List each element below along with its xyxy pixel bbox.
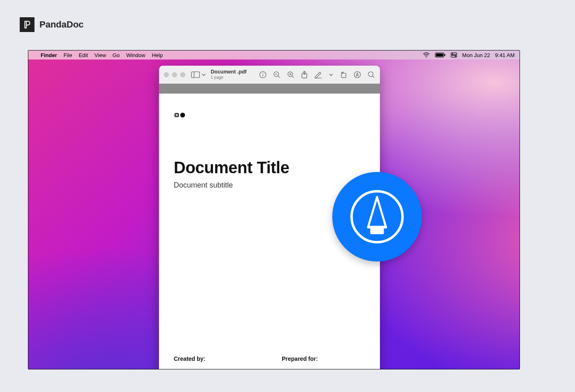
markup-pen-badge-icon	[332, 172, 422, 261]
battery-icon[interactable]	[435, 52, 446, 58]
menubar-clock-time[interactable]: 9:41 AM	[495, 52, 515, 58]
menubar-app-name[interactable]: Finder	[41, 52, 57, 58]
menubar-item-file[interactable]: File	[64, 52, 72, 58]
menubar-clock-day[interactable]: Mon Jun 22	[462, 52, 490, 58]
svg-point-29	[180, 113, 185, 118]
mac-menubar: Finder File Edit View Go Window Help	[28, 50, 520, 60]
svg-rect-23	[342, 73, 346, 78]
menubar-item-go[interactable]: Go	[113, 52, 120, 58]
mac-desktop-frame: Finder File Edit View Go Window Help	[28, 50, 520, 369]
preview-toolbar-strip	[159, 84, 380, 94]
control-center-icon[interactable]	[451, 52, 457, 58]
document-title: Document Title	[174, 158, 365, 177]
svg-point-6	[452, 53, 453, 55]
prepared-for-block: Prepared for: [Client.FirstName] [Client…	[282, 355, 365, 369]
svg-rect-3	[444, 54, 446, 56]
svg-point-11	[262, 73, 263, 73]
window-traffic-lights	[164, 72, 185, 77]
info-button[interactable]	[259, 71, 267, 78]
zoom-in-button[interactable]	[287, 71, 294, 78]
sender-name: [Sender.FirstName] [Sender.LastName]	[174, 368, 257, 369]
preview-title-block: Document .pdf 1 page	[211, 69, 247, 80]
document-subtitle: Document subtitle	[174, 181, 365, 190]
sidebar-dropdown-icon[interactable]	[202, 73, 206, 76]
menubar-item-view[interactable]: View	[94, 52, 106, 58]
window-close-button[interactable]	[164, 72, 169, 77]
svg-point-24	[354, 71, 360, 78]
wifi-icon[interactable]	[423, 52, 430, 58]
sidebar-toggle-button[interactable]	[191, 71, 200, 78]
menubar-item-help[interactable]: Help	[152, 52, 163, 58]
svg-line-14	[278, 76, 280, 78]
markup-pen-button[interactable]	[314, 71, 322, 78]
menubar-item-edit[interactable]: Edit	[79, 52, 88, 58]
pandadoc-brand-name: PandaDoc	[39, 19, 84, 30]
svg-line-17	[292, 76, 294, 78]
client-name: [Client.FirstName] [Client.LastName]	[282, 368, 365, 369]
window-zoom-button[interactable]	[180, 72, 185, 77]
svg-line-26	[373, 76, 374, 78]
zoom-out-button[interactable]	[273, 71, 281, 78]
share-button[interactable]	[301, 71, 308, 79]
svg-rect-5	[451, 55, 457, 57]
preview-titlebar: Document .pdf 1 page	[159, 66, 380, 84]
document-footer: Created by: [Sender.FirstName] [Sender.L…	[174, 355, 365, 369]
menubar-item-window[interactable]: Window	[126, 52, 145, 58]
prepared-for-label: Prepared for:	[282, 355, 365, 362]
svg-point-25	[368, 71, 373, 76]
preview-page-count: 1 page	[211, 75, 247, 80]
preview-filename: Document .pdf	[211, 69, 247, 75]
markup-dropdown-icon[interactable]	[329, 73, 333, 76]
created-by-block: Created by: [Sender.FirstName] [Sender.L…	[174, 355, 257, 369]
document-brand-mark-icon	[174, 112, 365, 122]
pandadoc-brand: PandaDoc	[20, 17, 84, 32]
window-minimize-button[interactable]	[172, 72, 177, 77]
rotate-button[interactable]	[340, 71, 347, 78]
search-button[interactable]	[368, 71, 375, 78]
svg-rect-8	[191, 71, 200, 77]
created-by-label: Created by:	[174, 355, 257, 362]
svg-point-7	[455, 56, 456, 57]
svg-rect-2	[436, 54, 443, 57]
pandadoc-logo-icon	[20, 17, 34, 32]
svg-point-0	[426, 57, 427, 57]
svg-rect-4	[451, 53, 457, 55]
markup-toolbar-button[interactable]	[354, 71, 361, 78]
